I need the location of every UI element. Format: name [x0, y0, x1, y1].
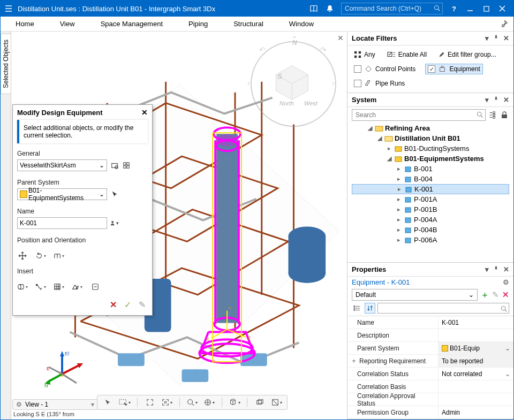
tree-node-refining-area[interactable]: ◢Refining Area: [352, 123, 509, 133]
prop-row-correlation-approval[interactable]: Correlation Approval Status: [347, 393, 513, 406]
tree-lock-icon[interactable]: [500, 110, 509, 120]
add-property-button[interactable]: ＋: [481, 290, 489, 300]
clip-icon[interactable]: [254, 396, 266, 408]
menu-home[interactable]: Home: [6, 18, 47, 30]
panel-close-icon[interactable]: ✕: [503, 34, 509, 42]
notifications-icon[interactable]: [323, 2, 337, 16]
svg-rect-68: [354, 56, 357, 58]
accept-button[interactable]: ✓: [124, 300, 131, 310]
panel-close-icon[interactable]: ✕: [503, 96, 509, 104]
menu-piping[interactable]: Piping: [176, 18, 221, 30]
edit-filter-group-button[interactable]: Edit filter group...: [436, 50, 498, 59]
browse-assembly-icon[interactable]: [110, 161, 119, 170]
book-icon[interactable]: [307, 2, 321, 16]
properties-gear-icon[interactable]: ⚙: [503, 278, 509, 286]
panel-pin-icon[interactable]: [493, 96, 499, 104]
insert-nozzle-icon[interactable]: ▾: [35, 281, 46, 292]
enable-all-button[interactable]: Enable All: [385, 50, 429, 59]
properties-view-select[interactable]: Default⌄: [352, 289, 478, 301]
edit-continue-button[interactable]: ✎: [139, 300, 146, 310]
section-icon[interactable]: ▾: [271, 396, 283, 408]
pick-parent-icon[interactable]: [110, 190, 119, 198]
system-tree[interactable]: ◢Refining Area ◢Distillation Unit B01 ▸B…: [352, 123, 509, 260]
prop-row-name[interactable]: NameK-001: [347, 316, 513, 329]
menu-structural[interactable]: Structural: [221, 18, 276, 30]
minimize-button[interactable]: [463, 2, 477, 16]
viewport[interactable]: ✕: [11, 32, 347, 419]
properties-filter-input[interactable]: [377, 303, 509, 314]
fit-target-icon[interactable]: ▾: [161, 396, 173, 408]
select-box-icon[interactable]: ▾: [119, 396, 131, 408]
close-button[interactable]: [495, 2, 509, 16]
panel-menu-icon[interactable]: ▾: [485, 34, 489, 42]
panel-pin-icon[interactable]: [493, 34, 499, 42]
delete-property-button[interactable]: ✕: [502, 290, 509, 300]
view-cube[interactable]: North West S N ⌃ ⌄ ‹ › ↶ ↷: [251, 41, 336, 127]
command-search[interactable]: [341, 3, 443, 14]
tree-node-p-001a[interactable]: ▸P-001A: [352, 194, 509, 204]
tree-filter-icon[interactable]: [488, 110, 497, 120]
system-search-input[interactable]: [352, 109, 486, 121]
parent-system-select[interactable]: B01-EquipmentSystems⌄: [17, 188, 107, 200]
modify-panel-close-icon[interactable]: ✕: [141, 108, 148, 117]
insert-foundation-icon[interactable]: ▾: [72, 281, 82, 292]
tree-node-p-004a[interactable]: ▸P-004A: [352, 215, 509, 225]
panel-close-icon[interactable]: ✕: [503, 265, 509, 273]
grid-icon[interactable]: [122, 161, 131, 170]
tree-node-equipment-systems[interactable]: ◢B01-EquipmentSystems: [352, 154, 509, 164]
assembly-select[interactable]: VesselwithSkirtAsm⌄: [17, 159, 107, 171]
menu-space-management[interactable]: Space Management: [88, 18, 176, 30]
tree-node-b-004[interactable]: ▸B-004: [352, 174, 509, 184]
panel-menu-icon[interactable]: ▾: [485, 96, 489, 104]
props-sort-icon[interactable]: [365, 303, 375, 314]
prop-row-description[interactable]: Description: [347, 329, 513, 342]
move-icon[interactable]: [17, 250, 28, 261]
pin-menubar-icon[interactable]: [501, 20, 508, 29]
view-selector[interactable]: ⚙ View - 1 ▾: [12, 399, 98, 410]
zoom-icon[interactable]: ▾: [186, 396, 198, 408]
app-menu-icon[interactable]: [4, 4, 13, 13]
viewport-close-icon[interactable]: ✕: [337, 34, 344, 42]
tree-node-distillation-unit[interactable]: ◢Distillation Unit B01: [352, 133, 509, 143]
cancel-button[interactable]: ✕: [110, 300, 117, 310]
rotate-icon[interactable]: ▾: [35, 250, 46, 261]
tree-node-p-001b[interactable]: ▸P-001B: [352, 204, 509, 215]
prop-row-correlation-basis[interactable]: Correlation Basis: [347, 380, 513, 393]
gear-icon[interactable]: ⚙: [16, 401, 22, 408]
menu-window[interactable]: Window: [276, 18, 327, 30]
tree-node-p-004b[interactable]: ▸P-004B: [352, 225, 509, 235]
filter-equipment[interactable]: Equipment: [425, 64, 482, 74]
name-user-icon[interactable]: ▾: [110, 219, 119, 227]
edit-property-button[interactable]: ✎: [492, 290, 499, 300]
prop-row-correlation-status[interactable]: Correlation StatusNot correlated: [347, 368, 513, 380]
maximize-button[interactable]: [479, 2, 493, 16]
props-list-icon[interactable]: [352, 303, 362, 314]
svg-point-92: [354, 308, 355, 309]
filter-pipe-runs[interactable]: Pipe Runs: [352, 79, 407, 88]
tree-node-ducting-systems[interactable]: ▸B01-DuctingSystems: [352, 143, 509, 154]
orbit-icon[interactable]: ▾: [203, 396, 215, 408]
tree-node-k-001[interactable]: ▸K-001: [352, 184, 509, 194]
insert-shape-icon[interactable]: ▾: [17, 281, 28, 292]
help-icon[interactable]: ?: [447, 2, 461, 16]
filter-any-button[interactable]: Any: [352, 50, 377, 59]
menu-view[interactable]: View: [47, 18, 88, 30]
filter-control-points[interactable]: Control Points: [352, 64, 418, 74]
panel-pin-icon[interactable]: [493, 265, 499, 273]
select-tool-icon[interactable]: [102, 396, 114, 408]
prop-row-reporting-requirement[interactable]: +Reporting RequirementTo be reported: [347, 355, 513, 368]
name-input[interactable]: [20, 219, 104, 227]
tree-node-b-001[interactable]: ▸B-001: [352, 164, 509, 174]
prop-row-parent-system[interactable]: Parent SystemB01-Equip: [347, 342, 513, 355]
insert-more-icon[interactable]: [90, 281, 101, 292]
mate-icon[interactable]: ▾: [54, 250, 64, 261]
tab-selected-objects[interactable]: Selected Objects: [1, 34, 11, 94]
search-icon: [501, 304, 507, 314]
panel-menu-icon[interactable]: ▾: [485, 265, 489, 273]
prop-row-permission-group[interactable]: Permission GroupAdmin: [347, 406, 513, 419]
insert-table-icon[interactable]: ▾: [54, 281, 64, 292]
display-style-icon[interactable]: ▾: [229, 396, 240, 408]
command-search-input[interactable]: [345, 5, 430, 12]
tree-node-p-006a[interactable]: ▸P-006A: [352, 235, 509, 245]
fit-icon[interactable]: [144, 396, 156, 408]
